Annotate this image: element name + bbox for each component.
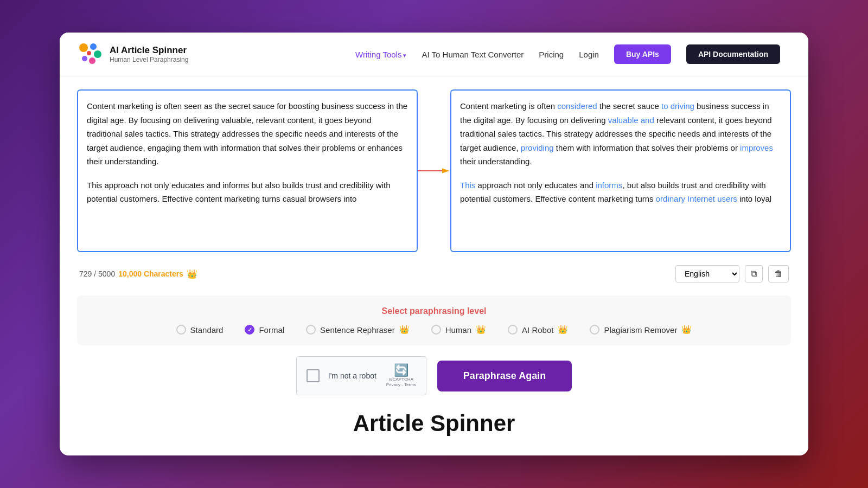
logo-text: AI Article Spinner Human Level Paraphras… xyxy=(110,45,188,63)
radio-human xyxy=(431,325,441,335)
svg-point-5 xyxy=(87,51,91,55)
brand-tagline: Human Level Paraphrasing xyxy=(110,56,188,63)
radio-ai-robot xyxy=(508,325,518,335)
output-paragraph-1: Content marketing is often considered th… xyxy=(460,99,781,169)
logo-area: AI Article Spinner Human Level Paraphras… xyxy=(77,41,229,67)
copy-button[interactable]: ⧉ xyxy=(745,265,763,282)
level-selector: Select paraphrasing level Standard Forma… xyxy=(77,296,791,345)
crown-ai-robot: 👑 xyxy=(558,325,568,335)
nav-login[interactable]: Login xyxy=(579,50,599,59)
recaptcha-box[interactable]: I'm not a robot 🔄 reCAPTCHA Privacy - Te… xyxy=(296,356,426,395)
svg-point-2 xyxy=(94,50,101,58)
action-row: I'm not a robot 🔄 reCAPTCHA Privacy - Te… xyxy=(77,356,791,395)
bottom-bar: 729 / 5000 10,000 Characters 👑 EnglishSp… xyxy=(77,261,791,287)
page-title: Article Spinner xyxy=(77,410,791,436)
char-count: 729 / 5000 10,000 Characters 👑 xyxy=(79,269,197,279)
language-select[interactable]: EnglishSpanishFrenchGermanItalianPortugu… xyxy=(675,265,739,282)
right-controls: EnglishSpanishFrenchGermanItalianPortugu… xyxy=(675,265,789,282)
svg-point-1 xyxy=(90,43,97,50)
output-paragraph-2: This approach not only educates and info… xyxy=(460,178,781,206)
crown-human: 👑 xyxy=(476,325,486,335)
input-paragraph-1: Content marketing is often seen as the s… xyxy=(87,99,408,169)
svg-point-3 xyxy=(89,57,95,64)
radio-sentence-rephraser xyxy=(306,325,316,335)
input-panel[interactable]: Content marketing is often seen as the s… xyxy=(77,89,418,252)
svg-marker-7 xyxy=(442,169,450,174)
level-plagiarism-remover[interactable]: Plagiarism Remover 👑 xyxy=(590,325,692,335)
level-sentence-rephraser[interactable]: Sentence Rephraser 👑 xyxy=(306,325,410,335)
recaptcha-checkbox[interactable] xyxy=(307,369,320,382)
radio-formal xyxy=(245,325,254,335)
crown-plagiarism: 👑 xyxy=(681,325,692,335)
nav-pricing[interactable]: Pricing xyxy=(539,50,564,59)
content-area: Content marketing is often seen as the s… xyxy=(60,76,808,454)
paraphrase-button[interactable]: Paraphrase Again xyxy=(437,361,572,391)
input-paragraph-2: This approach not only educates and info… xyxy=(87,178,408,206)
arrow-line xyxy=(418,163,450,179)
recaptcha-brand: reCAPTCHA xyxy=(389,377,413,382)
editor-panels: Content marketing is often seen as the s… xyxy=(77,89,791,252)
svg-point-4 xyxy=(82,56,87,61)
api-doc-button[interactable]: API Documentation xyxy=(686,44,780,64)
arrow-svg xyxy=(418,163,450,179)
delete-button[interactable]: 🗑 xyxy=(768,265,789,282)
level-options: Standard Formal Sentence Rephraser 👑 Hum… xyxy=(90,325,778,335)
buy-apis-button[interactable]: Buy APIs xyxy=(614,44,671,64)
arrow-connector xyxy=(418,89,450,252)
main-card: AI Article Spinner Human Level Paraphras… xyxy=(60,33,808,455)
char-upgrade-link[interactable]: 10,000 Characters xyxy=(118,269,183,278)
recaptcha-text: I'm not a robot xyxy=(328,371,378,380)
nav-writing-tools[interactable]: Writing Tools xyxy=(355,50,406,59)
header: AI Article Spinner Human Level Paraphras… xyxy=(60,33,808,76)
recaptcha-logo: 🔄 reCAPTCHA Privacy - Terms xyxy=(386,364,416,387)
level-title: Select paraphrasing level xyxy=(90,306,778,316)
recaptcha-sub: Privacy - Terms xyxy=(386,383,416,387)
crown-sentence: 👑 xyxy=(399,325,410,335)
brand-name: AI Article Spinner xyxy=(110,45,188,56)
level-ai-robot[interactable]: AI Robot 👑 xyxy=(508,325,568,335)
nav-ai-to-human[interactable]: AI To Human Text Converter xyxy=(422,50,524,59)
recaptcha-icon: 🔄 xyxy=(394,364,409,376)
main-nav: Writing Tools AI To Human Text Converter… xyxy=(229,44,780,64)
logo-icon xyxy=(77,41,103,67)
crown-icon: 👑 xyxy=(187,269,197,279)
svg-point-0 xyxy=(79,43,88,52)
level-standard[interactable]: Standard xyxy=(176,325,224,335)
level-human[interactable]: Human 👑 xyxy=(431,325,486,335)
radio-plagiarism-remover xyxy=(590,325,599,335)
output-panel: Content marketing is often considered th… xyxy=(450,89,791,252)
radio-standard xyxy=(176,325,186,335)
level-formal[interactable]: Formal xyxy=(245,325,284,335)
